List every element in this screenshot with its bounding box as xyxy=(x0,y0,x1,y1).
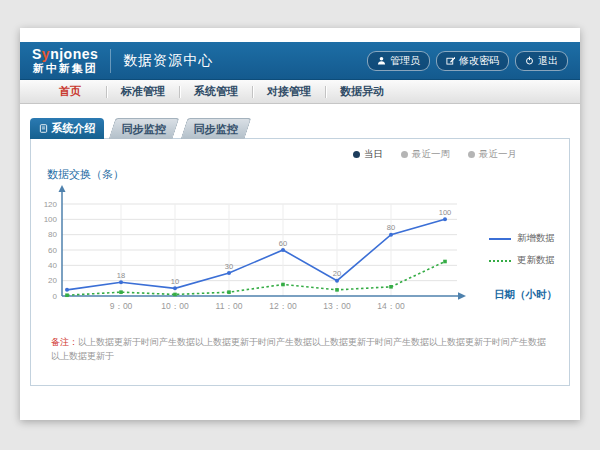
page-top-strip xyxy=(20,28,580,42)
change-password-label: 修改密码 xyxy=(459,54,499,68)
nav-item-home[interactable]: 首页 xyxy=(34,84,106,99)
logo-part: njones xyxy=(50,46,98,62)
nav-item-data-change[interactable]: 数据异动 xyxy=(326,84,398,99)
range-option-last-month[interactable]: 最近一月 xyxy=(468,148,517,161)
x-axis-title: 日期（小时） xyxy=(494,288,557,302)
tab-sync-monitor-1[interactable]: 同步监控 xyxy=(109,118,180,139)
line-chart: 0204060801001209：0010：0011：0012：0013：001… xyxy=(37,184,477,324)
desktop-background: Synjones 新中新集团 数据资源中心 管理员 修改密码 xyxy=(0,0,600,450)
svg-text:60: 60 xyxy=(279,239,287,248)
range-option-last-week[interactable]: 最近一周 xyxy=(401,148,450,161)
change-password-button[interactable]: 修改密码 xyxy=(436,51,509,71)
svg-text:14：00: 14：00 xyxy=(377,301,405,311)
range-option-label: 最近一月 xyxy=(479,148,517,161)
svg-text:100: 100 xyxy=(44,215,58,224)
dotted-line-swatch xyxy=(489,260,511,262)
logo-part: S xyxy=(32,46,42,62)
svg-text:9：00: 9：00 xyxy=(110,301,133,311)
range-option-label: 当日 xyxy=(364,148,383,161)
app-window: Synjones 新中新集团 数据资源中心 管理员 修改密码 xyxy=(20,28,580,420)
header-divider xyxy=(110,49,111,73)
svg-text:20: 20 xyxy=(48,276,57,285)
user-menu: 管理员 修改密码 退出 xyxy=(367,51,568,71)
chart-area: 0204060801001209：0010：0011：0012：0013：001… xyxy=(37,184,569,334)
svg-text:13：00: 13：00 xyxy=(323,301,351,311)
radio-dot-icon xyxy=(468,151,475,158)
chart-panel: 当日 最近一周 最近一月 数据交换（条） 0204060801001209：00… xyxy=(30,138,570,386)
svg-text:11：00: 11：00 xyxy=(216,301,243,311)
edit-icon xyxy=(446,56,455,65)
svg-text:60: 60 xyxy=(48,246,57,255)
range-filter-group: 当日 最近一周 最近一月 xyxy=(31,139,569,161)
nav-item-system-management[interactable]: 系统管理 xyxy=(180,84,252,99)
tab-sync-monitor-2[interactable]: 同步监控 xyxy=(181,118,252,139)
tab-label: 同步监控 xyxy=(122,122,166,137)
svg-text:12：00: 12：00 xyxy=(269,301,297,311)
radio-dot-icon xyxy=(353,151,360,158)
svg-text:10：00: 10：00 xyxy=(161,301,189,311)
tab-label: 系统介绍 xyxy=(52,121,96,136)
footnote-label: 备注： xyxy=(51,337,78,347)
logo-subtitle: 新中新集团 xyxy=(32,63,98,74)
svg-text:18: 18 xyxy=(117,271,125,280)
logout-button[interactable]: 退出 xyxy=(515,51,568,71)
tab-label: 同步监控 xyxy=(194,122,238,137)
range-option-today[interactable]: 当日 xyxy=(353,148,383,161)
series-legend: 新增数据 更新数据 xyxy=(489,232,555,267)
logo-accent: y xyxy=(42,46,50,62)
tab-system-intro[interactable]: 系统介绍 xyxy=(30,118,104,139)
company-logo: Synjones 新中新集团 xyxy=(32,47,98,74)
svg-text:80: 80 xyxy=(387,223,395,232)
logo-wordmark: Synjones xyxy=(32,47,98,61)
svg-text:100: 100 xyxy=(439,208,452,217)
document-icon xyxy=(39,123,48,135)
legend-label: 更新数据 xyxy=(517,254,555,267)
radio-dot-icon xyxy=(401,151,408,158)
footnote-text: 以上数据更新于时间产生数据以上数据更新于时间产生数据以上数据更新于时间产生数据以… xyxy=(51,337,546,361)
footnote: 备注：以上数据更新于时间产生数据以上数据更新于时间产生数据以上数据更新于时间产生… xyxy=(51,336,549,363)
app-header: Synjones 新中新集团 数据资源中心 管理员 修改密码 xyxy=(20,42,580,80)
legend-entry-updated-data[interactable]: 更新数据 xyxy=(489,254,555,267)
svg-text:120: 120 xyxy=(44,200,58,209)
svg-text:40: 40 xyxy=(48,261,57,270)
nav-item-standard-management[interactable]: 标准管理 xyxy=(107,84,179,99)
solid-line-swatch xyxy=(489,238,511,240)
svg-text:80: 80 xyxy=(48,230,57,239)
legend-label: 新增数据 xyxy=(517,232,555,245)
svg-text:10: 10 xyxy=(171,277,179,286)
logout-label: 退出 xyxy=(538,54,558,68)
nav-item-interface-management[interactable]: 对接管理 xyxy=(253,84,325,99)
admin-label: 管理员 xyxy=(390,54,420,68)
app-title: 数据资源中心 xyxy=(123,52,213,70)
user-icon xyxy=(377,56,386,65)
content-area: 系统介绍 同步监控 同步监控 当日 最近一周 xyxy=(20,104,580,386)
svg-text:0: 0 xyxy=(53,292,58,301)
legend-entry-new-data[interactable]: 新增数据 xyxy=(489,232,555,245)
svg-text:20: 20 xyxy=(333,269,341,278)
main-navigation: 首页 标准管理 系统管理 对接管理 数据异动 xyxy=(20,80,580,104)
svg-text:30: 30 xyxy=(225,262,233,271)
admin-button[interactable]: 管理员 xyxy=(367,51,430,71)
range-option-label: 最近一周 xyxy=(412,148,450,161)
y-axis-title: 数据交换（条） xyxy=(47,167,569,182)
power-icon xyxy=(525,56,534,65)
tab-bar: 系统介绍 同步监控 同步监控 xyxy=(30,118,570,139)
